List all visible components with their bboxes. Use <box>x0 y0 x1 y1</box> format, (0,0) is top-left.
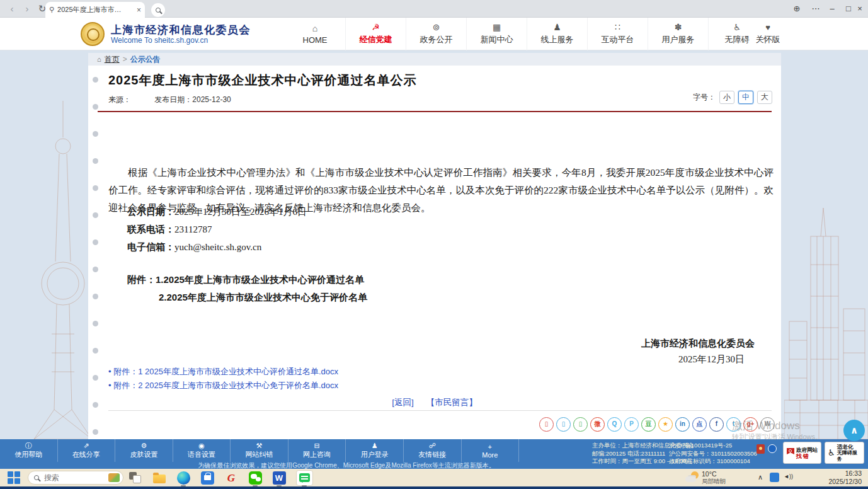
browser-forward-button[interactable]: › <box>20 3 34 15</box>
nav-item-news[interactable]: ▦ 新闻中心 <box>466 18 527 50</box>
nav-label: 无障碍 <box>725 34 750 45</box>
share-app3-icon[interactable]: ▯ <box>573 417 588 432</box>
nav-label: 用户服务 <box>662 34 695 45</box>
share-twitter-icon[interactable]: t <box>726 417 741 432</box>
footer-login-button[interactable]: ♟ 用户登录 <box>346 439 404 462</box>
font-size-large-button[interactable]: 大 <box>757 91 772 104</box>
nav-item-accessibility[interactable]: ♿ 无障碍 <box>725 23 750 45</box>
browser-menu-button[interactable]: ⋯ <box>808 0 824 18</box>
share-qq-icon[interactable]: Q <box>607 417 622 432</box>
footer-help-button[interactable]: ⓘ 使用帮助 <box>0 439 58 462</box>
nav-item-elder-version[interactable]: ♥ 关怀版 <box>756 23 780 45</box>
nav-item-online-service[interactable]: ♟ 线上服务 <box>527 18 587 50</box>
microsoft-store-icon[interactable] <box>200 470 215 485</box>
start-button[interactable] <box>8 471 20 484</box>
footer-consult-button[interactable]: ⊟ 网上咨询 <box>288 439 346 462</box>
taskbar-clock[interactable]: 16:33 2025/12/30 <box>818 469 862 486</box>
nav-item-interaction[interactable]: ∷ 互动平台 <box>587 18 648 50</box>
browser-chrome: ‹ › ↻ ⚲ 2025年度上海市市级企业技术… × ⊕ ⋯ – □ × <box>0 0 868 18</box>
footer-error-report-button[interactable]: ⚒ 网站纠错 <box>231 439 288 462</box>
share-douban-icon[interactable]: 豆 <box>641 417 656 432</box>
speaker-icon[interactable]: ◄)) <box>784 473 793 480</box>
party-icon: ☭ <box>372 23 380 32</box>
share-app2-icon[interactable]: ▯ <box>556 417 571 432</box>
email-line: 电子信箱：yuch@sheitc.sh.gov.cn <box>127 241 261 253</box>
page-body: ⌂ 首页 > 公示公告 2025年度上海市市级企业技术中心评价通过名单公示 来源… <box>0 50 868 439</box>
file-explorer-icon[interactable] <box>152 470 167 485</box>
citizen-message-button[interactable]: 【市民留言】 <box>426 398 477 407</box>
back-to-top-button[interactable]: ∧ <box>843 420 865 441</box>
home-icon: ⌂ <box>97 55 101 63</box>
font-size-control: 字号： 小 中 大 <box>693 91 772 104</box>
badge-text: 无障碍服务 <box>837 450 861 463</box>
footer-voice-settings-button[interactable]: ◉ 语音设置 <box>173 439 231 462</box>
font-size-small-button[interactable]: 小 <box>719 91 734 104</box>
task-view-button[interactable] <box>128 470 143 485</box>
share-icon: ⇗ <box>83 442 89 449</box>
window-close-button[interactable]: × <box>852 0 868 18</box>
tab-search-button[interactable] <box>151 3 165 17</box>
browser-back-button[interactable]: ‹ <box>5 3 19 15</box>
main-nav: ⌂ HOME ☭ 经信党建 ⊚ 政务公开 ▦ 新闻中心 ♟ 线上服务 ∷ 互动平… <box>285 18 796 50</box>
share-dianping-icon[interactable]: 点 <box>692 417 707 432</box>
site-logo[interactable] <box>81 22 105 46</box>
source-label: 来源： <box>108 95 131 104</box>
share-googleplus-icon[interactable]: g+ <box>743 417 758 432</box>
browser-tab[interactable]: ⚲ 2025年度上海市市级企业技术… × <box>45 2 145 18</box>
divider <box>108 410 772 411</box>
footer-police-record[interactable]: 沪公网安备号：31011502003506 <box>669 450 757 458</box>
share-weibo-icon[interactable]: 微 <box>590 417 605 432</box>
breadcrumb-home-link[interactable]: 首页 <box>105 54 120 65</box>
share-pinterest-icon[interactable]: P <box>624 417 639 432</box>
nav-label: 经信党建 <box>360 34 392 45</box>
police-badge-icon[interactable] <box>757 444 765 454</box>
taskbar-search[interactable] <box>28 471 123 485</box>
share-more-icon[interactable]: W <box>760 417 775 432</box>
font-size-label: 字号： <box>693 92 716 103</box>
window-minimize-button[interactable]: – <box>824 0 840 18</box>
nav-item-user-service[interactable]: ✽ 用户服务 <box>648 18 708 50</box>
share-linkedin-icon[interactable]: in <box>675 417 690 432</box>
globe-icon[interactable]: ⊕ <box>789 0 805 18</box>
edge-browser-icon[interactable] <box>176 470 191 485</box>
share-facebook-icon[interactable]: f <box>709 417 724 432</box>
tray-chevron-icon[interactable]: ∧ <box>758 473 763 481</box>
tab-close-icon[interactable]: × <box>137 6 141 14</box>
share-app1-icon[interactable]: ▯ <box>539 417 554 432</box>
footer-icp[interactable]: 沪ICP备10013419号-25 <box>669 442 757 450</box>
error-report-badge[interactable]: 政府网站 找错 <box>783 442 821 464</box>
nav-item-party[interactable]: ☭ 经信党建 <box>345 18 406 50</box>
tray-app-icon[interactable] <box>770 473 779 482</box>
weather-icon[interactable] <box>685 471 699 484</box>
attachment-link-1[interactable]: 附件：1 2025年度上海市市级企业技术中心评价通过名单.docx <box>108 366 338 377</box>
search-highlight-thumbnail[interactable] <box>108 473 120 482</box>
weather-temp: 10°C <box>702 470 726 478</box>
contact-phone-line: 联系电话：23112787 <box>127 224 212 236</box>
back-button[interactable]: [返回] <box>392 398 414 407</box>
footer-links-button[interactable]: ☍ 友情链接 <box>404 439 462 462</box>
breadcrumb-current[interactable]: 公示公告 <box>130 54 161 65</box>
share-favorite-icon[interactable]: ★ <box>658 417 673 432</box>
search-input[interactable] <box>43 473 96 483</box>
footer-skin-settings-button[interactable]: ⚙ 皮肤设置 <box>115 439 173 462</box>
nav-label: 政务公开 <box>420 34 453 45</box>
footer-more-button[interactable]: + More <box>462 439 520 462</box>
nav-group-accessibility: ♿ 无障碍 ♥ 关怀版 <box>708 18 796 50</box>
font-size-medium-button[interactable]: 中 <box>738 91 753 104</box>
w-glyph: W <box>273 471 286 485</box>
weather-widget[interactable]: 10°C 局部晴朗 <box>702 470 726 485</box>
accessibility-badge[interactable]: ♿ 适老化 无障碍服务 <box>825 442 864 464</box>
gov-badge-icon[interactable] <box>768 444 777 453</box>
word-icon[interactable]: W <box>271 470 287 485</box>
nav-item-home[interactable]: ⌂ HOME <box>285 18 345 50</box>
red-g-app-icon[interactable]: G <box>224 470 239 485</box>
footer-button-label: 皮肤设置 <box>130 450 157 459</box>
tab-title: 2025年度上海市市级企业技术… <box>57 5 128 14</box>
footer-share-button[interactable]: ⇗ 在线分享 <box>58 439 116 462</box>
wechat-icon[interactable] <box>248 470 263 485</box>
nav-item-gov-info[interactable]: ⊚ 政务公开 <box>406 18 466 50</box>
user-icon: ♟ <box>372 442 378 449</box>
article-meta: 来源： 发布日期：2025-12-30 <box>108 95 253 105</box>
chat-app-active-icon[interactable] <box>295 470 313 485</box>
attachment-link-2[interactable]: 附件：2 2025年度上海市市级企业技术中心免于评价名单.docx <box>108 380 338 391</box>
